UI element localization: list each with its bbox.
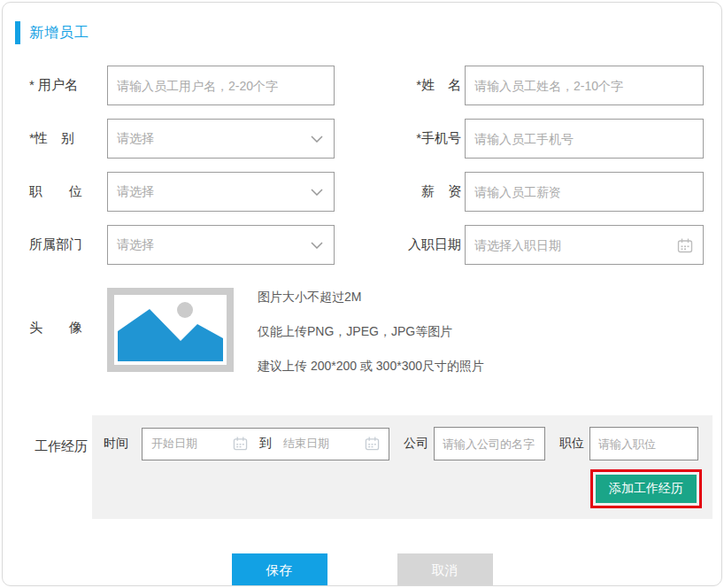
avatar-upload[interactable] [107,288,234,372]
username-input[interactable] [107,66,335,105]
position-label: 职 位 [29,183,96,200]
department-select[interactable]: 请选择 [107,225,335,265]
gender-label: *性 别 [29,130,96,147]
cancel-button[interactable]: 取消 [397,553,493,586]
chevron-down-icon [311,242,323,249]
add-employee-form-panel: 新增员工 * 用户名 *姓 名 *性 别 请选择 *手机 [2,2,722,586]
form-row: *性 别 请选择 *手机号 [29,119,704,159]
time-label: 时间 [104,436,128,452]
header: 新增员工 [15,21,721,44]
hire-date-label: 入职日期 [403,236,461,253]
position-select-placeholder: 请选择 [117,184,154,200]
name-label: *姓 名 [403,77,461,94]
date-range-picker[interactable]: 开始日期 到 结束日期 [142,428,389,460]
end-date-input[interactable]: 结束日期 [283,436,365,452]
salary-label: 薪 资 [403,183,461,200]
calendar-icon[interactable] [365,437,380,451]
start-date-input[interactable]: 开始日期 [151,436,233,452]
page-title: 新增员工 [29,24,89,43]
phone-label: *手机号 [403,130,461,147]
accent-bar [15,21,20,44]
hire-date-input[interactable] [465,225,704,265]
job-label: 职位 [559,436,584,452]
annotation-highlight-box: 添加工作经历 [590,469,702,508]
footer-actions: 保存 取消 [3,553,721,586]
avatar-hint: 建议上传 200*200 或 300*300尺寸的照片 [258,359,484,375]
work-experience-label: 工作经历 [35,415,92,455]
department-label: 所属部门 [29,236,96,253]
company-label: 公司 [404,436,428,452]
job-input[interactable] [589,427,698,460]
chevron-down-icon [311,135,323,143]
department-select-placeholder: 请选择 [117,237,154,253]
save-button[interactable]: 保存 [232,553,327,586]
avatar-hint: 仅能上传PNG，JPEG，JPG等图片 [258,324,484,340]
calendar-icon[interactable] [677,238,693,253]
employee-form: * 用户名 *姓 名 *性 别 请选择 *手机号 [3,66,721,586]
image-placeholder-icon [118,298,223,361]
chevron-down-icon [311,189,323,196]
work-experience-section: 工作经历 时间 开始日期 [3,415,721,519]
avatar-hint: 图片大小不超过2M [258,290,484,306]
username-label: * 用户名 [29,77,96,94]
gender-select[interactable]: 请选择 [107,119,335,159]
company-input[interactable] [434,427,545,460]
form-row: 所属部门 请选择 入职日期 [29,225,704,265]
phone-input[interactable] [465,119,704,159]
add-work-experience-button[interactable]: 添加工作经历 [596,475,697,503]
gender-select-placeholder: 请选择 [117,131,154,147]
calendar-icon[interactable] [233,437,248,451]
salary-input[interactable] [465,172,704,212]
position-select[interactable]: 请选择 [107,172,335,212]
name-input[interactable] [465,66,704,105]
to-label: 到 [259,436,272,452]
avatar-section: 头 像 图片大小不超过2M 仅能上传PNG，JPEG，JPG等图片 建议上传 2… [29,288,704,393]
form-row: 职 位 请选择 薪 资 [29,172,704,212]
form-row: * 用户名 *姓 名 [29,66,704,105]
avatar-label: 头 像 [29,288,96,337]
work-experience-panel: 时间 开始日期 到 [92,415,712,519]
avatar-hints: 图片大小不超过2M 仅能上传PNG，JPEG，JPG等图片 建议上传 200*2… [258,288,484,393]
